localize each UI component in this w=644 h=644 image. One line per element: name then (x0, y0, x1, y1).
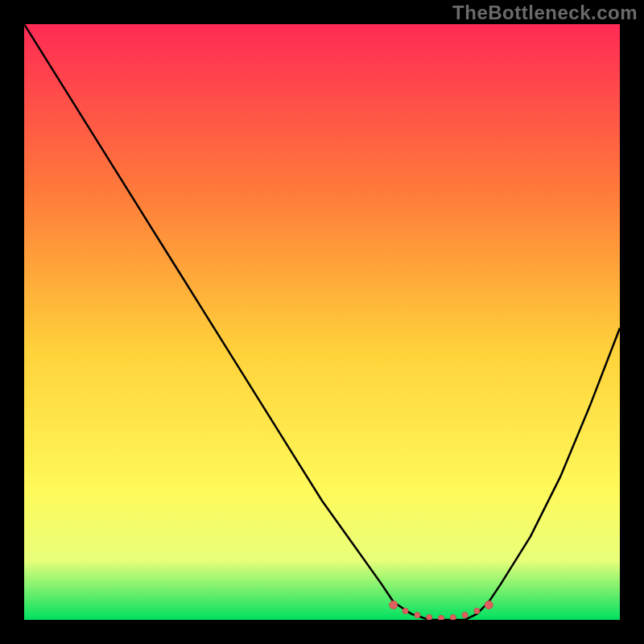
sweet-spot-marker (390, 601, 398, 609)
sweet-spot-marker (485, 601, 493, 609)
chart-frame: TheBottleneck.com (0, 0, 644, 644)
chart-svg (24, 24, 620, 620)
sweet-spot-marker (415, 613, 420, 618)
sweet-spot-marker (462, 613, 468, 618)
gradient-background (24, 24, 620, 620)
sweet-spot-marker (427, 615, 432, 621)
sweet-spot-marker (402, 608, 408, 613)
sweet-spot-marker (439, 615, 444, 620)
sweet-spot-marker (474, 608, 480, 613)
watermark-text: TheBottleneck.com (452, 2, 638, 24)
sweet-spot-marker (450, 615, 456, 621)
plot-area (24, 24, 620, 620)
